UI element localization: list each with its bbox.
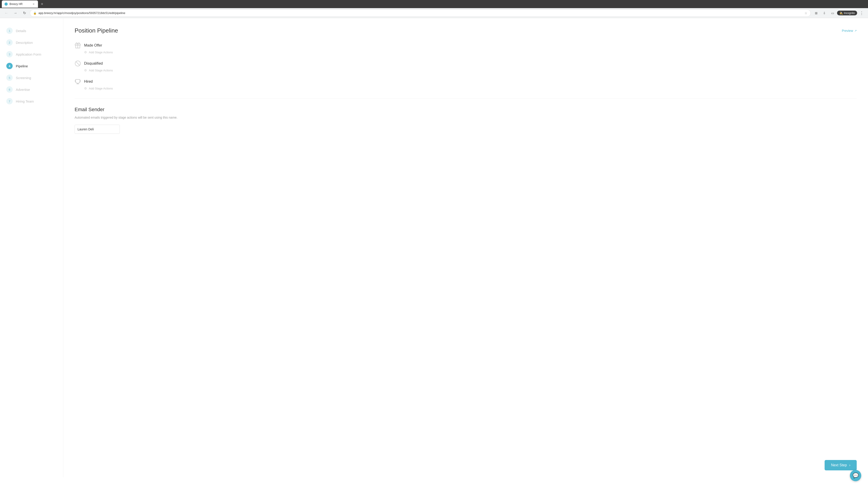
sidebar-item-screening[interactable]: 5 Screening: [4, 72, 59, 84]
email-sender-title: Email Sender: [74, 107, 857, 112]
stage-hired-header: Hired: [74, 78, 857, 85]
add-stage-text-made-offer: Add Stage Actions: [89, 51, 113, 54]
sidebar-item-details[interactable]: 1 Details: [4, 25, 59, 37]
navigation-bar: ← → ↻ 🔒 app.breezy.hr/app/c/moodjoy/posi…: [0, 8, 868, 18]
incognito-label: Incognito: [844, 11, 855, 15]
email-sender-description: Automated emails triggered by stage acti…: [74, 116, 857, 119]
downloads-button[interactable]: ⇩: [821, 9, 828, 17]
add-stage-actions-hired[interactable]: ⚙ Add Stage Actions: [74, 87, 857, 90]
lock-icon: 🔒: [33, 11, 37, 15]
stage-disqualified: Disqualified ⚙ Add Stage Actions: [74, 60, 857, 72]
stage-made-offer: Made Offer ⚙ Add Stage Actions: [74, 42, 857, 54]
bookmark-icon[interactable]: ☆: [804, 11, 807, 15]
tab-title: Breezy HR: [9, 2, 23, 6]
address-bar[interactable]: 🔒 app.breezy.hr/app/c/moodjoy/positions/…: [30, 9, 811, 17]
preview-link[interactable]: Preview ↗: [842, 29, 857, 33]
sidebar-label-pipeline: Pipeline: [16, 64, 28, 68]
sidebar-label-details: Details: [16, 29, 26, 33]
stage-hired-name: Hired: [84, 79, 93, 84]
chat-bubble-button[interactable]: 💬: [850, 470, 861, 481]
tab-bar: Breezy HR ✕ +: [0, 0, 868, 8]
chat-icon: 💬: [852, 473, 859, 479]
sidebar-item-application-form[interactable]: 3 Application Form: [4, 48, 59, 60]
forward-button[interactable]: →: [12, 9, 19, 17]
sidebar-item-hiring-team[interactable]: 7 Hiring Team: [4, 95, 59, 107]
new-tab-button[interactable]: +: [39, 1, 45, 7]
preview-label: Preview: [842, 29, 853, 33]
stage-made-offer-header: Made Offer: [74, 42, 857, 48]
sidebar-label-hiring-team: Hiring Team: [16, 99, 34, 103]
add-stage-actions-made-offer[interactable]: ⚙ Add Stage Actions: [74, 51, 857, 54]
sidebar-toggle-button[interactable]: ▭: [829, 9, 836, 17]
page-header: Position Pipeline Preview ↗: [74, 27, 857, 34]
sidebar-number-hiring-team: 7: [6, 98, 13, 104]
url-text: app.breezy.hr/app/c/moodjoy/positions/59…: [38, 11, 803, 15]
back-button[interactable]: ←: [3, 9, 10, 17]
next-step-label: Next Step: [831, 463, 847, 467]
incognito-badge: 🕵 Incognito: [837, 11, 857, 15]
sidebar-item-advertise[interactable]: 6 Advertise: [4, 84, 59, 95]
sidebar-label-advertise: Advertise: [16, 88, 30, 92]
reload-button[interactable]: ↻: [21, 9, 28, 17]
sidebar-number-screening: 5: [6, 74, 13, 81]
sidebar-number-pipeline: 4: [6, 63, 13, 69]
gear-icon-made-offer: ⚙: [84, 51, 87, 54]
stage-disqualified-name: Disqualified: [84, 61, 103, 66]
next-step-button[interactable]: Next Step ›: [825, 460, 857, 470]
external-link-icon: ↗: [855, 29, 857, 32]
sidebar-number-description: 2: [6, 39, 13, 46]
nav-right-icons: ⊞ ⇩ ▭ 🕵 Incognito ⋮: [813, 9, 865, 17]
sidebar-number-application-form: 3: [6, 51, 13, 57]
chevron-right-icon: ›: [849, 463, 850, 467]
sidebar: 1 Details 2 Description 3 Application Fo…: [0, 18, 63, 477]
sidebar-number-advertise: 6: [6, 86, 13, 93]
stage-disqualified-header: Disqualified: [74, 60, 857, 67]
gift-icon: [74, 42, 81, 48]
email-sender-section: Email Sender Automated emails triggered …: [74, 107, 857, 134]
main-content: Position Pipeline Preview ↗ Made O: [63, 18, 868, 477]
sidebar-number-details: 1: [6, 28, 13, 34]
extensions-button[interactable]: ⊞: [813, 9, 820, 17]
tab-close-button[interactable]: ✕: [32, 2, 35, 6]
add-stage-actions-disqualified[interactable]: ⚙ Add Stage Actions: [74, 68, 857, 72]
gear-icon-hired: ⚙: [84, 87, 87, 90]
svg-line-3: [76, 62, 80, 65]
gear-icon-disqualified: ⚙: [84, 68, 87, 72]
add-stage-text-disqualified: Add Stage Actions: [89, 69, 113, 72]
sidebar-item-description[interactable]: 2 Description: [4, 37, 59, 48]
add-stage-text-hired: Add Stage Actions: [89, 87, 113, 90]
tab-favicon: [4, 2, 8, 6]
stage-hired: Hired ⚙ Add Stage Actions: [74, 78, 857, 90]
active-tab[interactable]: Breezy HR ✕: [2, 0, 38, 8]
stage-made-offer-name: Made Offer: [84, 43, 102, 47]
sidebar-label-application-form: Application Form: [16, 53, 41, 56]
menu-button[interactable]: ⋮: [858, 9, 865, 17]
app-layout: 1 Details 2 Description 3 Application Fo…: [0, 18, 868, 477]
page-title: Position Pipeline: [74, 27, 118, 34]
incognito-icon: 🕵: [839, 11, 843, 15]
sidebar-item-pipeline[interactable]: 4 Pipeline: [4, 60, 59, 72]
bottom-bar: Next Step ›: [825, 460, 857, 470]
ban-icon: [74, 60, 81, 67]
trophy-icon: [74, 78, 81, 85]
email-sender-input[interactable]: [74, 125, 120, 134]
sidebar-label-screening: Screening: [16, 76, 31, 80]
sidebar-label-description: Description: [16, 41, 33, 44]
